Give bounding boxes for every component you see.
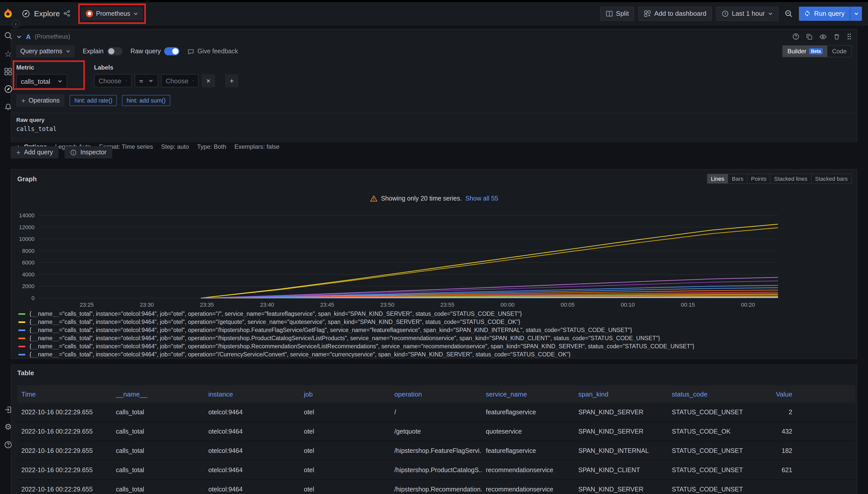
cell-instance: otelcol:9464 [204, 441, 300, 460]
column-header-span-kind[interactable]: span_kind [574, 385, 668, 403]
cell-service: quoteservice [482, 422, 574, 441]
query-toolbar: Query patterns Explain Raw query Give fe… [11, 44, 857, 59]
grafana-logo[interactable] [2, 7, 14, 20]
column-header-instance[interactable]: instance [204, 385, 300, 403]
drag-handle-icon[interactable] [847, 33, 852, 40]
column-header-time[interactable]: Time [17, 385, 112, 403]
beta-badge: Beta [809, 48, 823, 54]
cell-time: 2022-10-16 00:22:29.655 [17, 480, 112, 494]
sign-in-icon[interactable] [3, 405, 13, 415]
add-query-button[interactable]: + Add query [11, 146, 58, 158]
time-range-picker[interactable]: Last 1 hour [716, 6, 779, 21]
legend-item[interactable]: {__name__="calls_total", instance="otelc… [18, 310, 853, 318]
split-icon [606, 10, 613, 17]
share-link-icon[interactable] [64, 10, 70, 17]
query-patterns-label: Query patterns [20, 48, 62, 55]
label-operator-select[interactable]: = [135, 74, 158, 87]
legend-label: {__name__="calls_total", instance="otelc… [30, 352, 571, 357]
legend-item[interactable]: {__name__="calls_total", instance="otelc… [18, 326, 853, 334]
cell-status: STATUS_CODE_UNSET [668, 460, 744, 480]
remove-query-trash-icon[interactable] [833, 33, 840, 40]
column-header-status-code[interactable]: status_code [668, 385, 744, 403]
query-ref-id: A [26, 33, 31, 40]
svg-text:23:30: 23:30 [140, 302, 154, 308]
chevron-down-icon [133, 11, 139, 16]
split-button[interactable]: Split [600, 6, 634, 21]
datasource-picker[interactable]: Prometheus [81, 7, 143, 20]
settings-gear-icon[interactable]: ⚙ [3, 422, 13, 432]
remove-label-filter-button[interactable]: × [202, 74, 215, 87]
hide-response-eye-icon[interactable] [819, 33, 827, 40]
legend-label: {__name__="calls_total", instance="otelc… [30, 343, 694, 349]
give-feedback-link[interactable]: Give feedback [188, 48, 238, 55]
code-mode-button[interactable]: Code [828, 46, 851, 57]
column-header-name[interactable]: __name__ [112, 385, 204, 403]
cell-instance: otelcol:9464 [204, 403, 300, 422]
legend-item-overflow[interactable]: {__name__="calls_total", instance="otelc… [18, 358, 853, 359]
compass-icon [21, 9, 31, 18]
svg-text:23:25: 23:25 [80, 302, 94, 308]
results-table: Time __name__ instance job operation ser… [17, 385, 855, 494]
graph-legend: {__name__="calls_total", instance="otelc… [18, 310, 853, 359]
operations-button[interactable]: + Operations [16, 94, 65, 107]
duplicate-query-icon[interactable] [806, 33, 813, 40]
svg-text:23:45: 23:45 [320, 302, 334, 308]
metric-labels-section: Metric calls_total Labels Choose = [11, 59, 857, 88]
column-header-value[interactable]: Value [744, 385, 796, 403]
give-feedback-label: Give feedback [197, 48, 238, 55]
column-header-job[interactable]: job [300, 385, 390, 403]
legend-item[interactable]: {__name__="calls_total", instance="otelc… [18, 318, 853, 326]
svg-text:6000: 6000 [22, 260, 35, 266]
explain-toggle[interactable] [107, 47, 122, 55]
svg-text:4000: 4000 [22, 271, 35, 278]
add-label-filter-button[interactable]: + [225, 74, 238, 87]
raw-query-toggle[interactable] [164, 47, 180, 55]
cell-instance: otelcol:9464 [204, 480, 300, 494]
sidebar-expand-button[interactable]: › [12, 20, 20, 28]
add-to-dashboard-button[interactable]: Add to dashboard [638, 6, 712, 21]
column-header-service-name[interactable]: service_name [482, 385, 574, 403]
column-header-operation[interactable]: operation [390, 385, 482, 403]
legend-label: {__name__="calls_total", instance="otelc… [30, 311, 522, 317]
run-query-dropdown[interactable] [850, 6, 862, 21]
metric-value: calls_total [21, 77, 50, 85]
cell-status: STATUS_CODE_UNSET [668, 441, 744, 460]
option-type: Type: Both [197, 143, 227, 150]
cell-filler [796, 403, 855, 422]
hint-add-rate-button[interactable]: hint: add rate() [70, 95, 117, 106]
legend-item[interactable]: {__name__="calls_total", instance="otelc… [18, 350, 853, 358]
query-row-header[interactable]: A (Prometheus) [11, 30, 857, 44]
query-patterns-dropdown[interactable]: Query patterns [16, 45, 74, 57]
dashboards-icon[interactable] [3, 66, 13, 77]
help-icon[interactable] [3, 440, 13, 450]
legend-item[interactable]: {__name__="calls_total", instance="otelc… [18, 342, 853, 350]
star-icon[interactable]: ☆ [3, 49, 13, 59]
explore-compass-icon[interactable] [3, 84, 13, 94]
run-query-button[interactable]: Run query [799, 6, 862, 21]
cell-time: 2022-10-16 00:22:29.655 [17, 460, 112, 480]
legend-item[interactable]: {__name__="calls_total", instance="otelc… [18, 334, 853, 342]
cell-operation: /getquote [390, 422, 482, 441]
svg-text:00:20: 00:20 [741, 302, 755, 308]
hint-add-sum-button[interactable]: hint: add sum() [122, 95, 170, 106]
run-query-label: Run query [814, 10, 845, 17]
zoom-out-button[interactable] [783, 6, 795, 21]
alerts-bell-icon[interactable] [3, 102, 13, 112]
options-row: Options Legend: Auto Format: Time series… [11, 139, 857, 154]
cell-span-kind: SPAN_KIND_SERVER [574, 480, 668, 494]
builder-mode-button[interactable]: Builder Beta [783, 46, 828, 57]
svg-text:00:15: 00:15 [681, 302, 695, 308]
query-help-icon[interactable] [792, 33, 799, 40]
cell-job: otel [300, 480, 390, 494]
raw-query-toggle-label: Raw query [130, 48, 161, 55]
search-icon[interactable] [3, 31, 13, 41]
info-circle-icon [70, 149, 77, 156]
svg-text:0: 0 [32, 295, 35, 301]
label-key-select[interactable]: Choose [94, 74, 132, 87]
svg-text:23:35: 23:35 [200, 302, 214, 308]
label-value-select[interactable]: Choose [161, 74, 199, 87]
collapse-chevron-icon[interactable] [16, 34, 22, 39]
metric-select[interactable]: calls_total [16, 74, 67, 88]
inspector-button[interactable]: Inspector [65, 146, 112, 158]
query-actions-row: + Add query Inspector [11, 146, 112, 158]
